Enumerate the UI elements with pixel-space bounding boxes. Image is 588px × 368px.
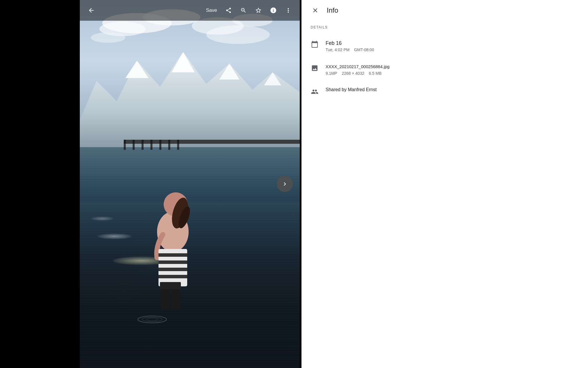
file-dimensions: 2268 × 4032	[342, 71, 364, 76]
photo-toolbar: Save	[80, 0, 300, 21]
date-time: Tue, 4:02 PM	[326, 47, 350, 52]
svg-rect-17	[158, 260, 187, 264]
date-content: Feb 16 Tue, 4:02 PM GMT-08:00	[326, 40, 579, 52]
svg-rect-16	[158, 253, 187, 257]
zoom-button[interactable]	[237, 3, 250, 17]
back-button[interactable]	[84, 3, 98, 17]
left-black-area	[0, 0, 80, 368]
file-details: 9.1MP 2268 × 4032 6.5 MB	[326, 71, 579, 76]
file-size: 6.5 MB	[369, 71, 382, 76]
image-icon	[311, 64, 319, 72]
info-body: DETAILS Feb 16 Tue, 4:02 PM GMT-08:00	[301, 21, 588, 368]
calendar-icon	[311, 40, 319, 48]
svg-rect-18	[158, 268, 187, 271]
toolbar-right: Save	[202, 3, 295, 17]
person-silhouette	[141, 180, 204, 324]
file-row: XXXX_20210217_000256884.jpg 9.1MP 2268 ×…	[311, 58, 579, 81]
svg-rect-22	[160, 282, 171, 289]
file-content: XXXX_20210217_000256884.jpg 9.1MP 2268 ×…	[326, 64, 579, 76]
svg-rect-19	[158, 275, 187, 278]
pier-posts	[124, 140, 300, 150]
share-button[interactable]	[222, 3, 235, 17]
close-icon	[312, 7, 319, 14]
shared-row: Shared by Manfred Ernst	[311, 81, 579, 101]
date-sub: Tue, 4:02 PM GMT-08:00	[326, 47, 579, 52]
back-icon	[88, 7, 95, 14]
date-main: Feb 16	[326, 40, 579, 47]
date-timezone: GMT-08:00	[354, 47, 374, 52]
shared-content: Shared by Manfred Ernst	[326, 87, 579, 92]
water-reflection-2	[97, 233, 132, 239]
chevron-right-icon	[281, 181, 288, 187]
save-button[interactable]: Save	[202, 3, 220, 17]
close-info-button[interactable]	[308, 3, 322, 17]
svg-rect-21	[171, 286, 180, 309]
date-row: Feb 16 Tue, 4:02 PM GMT-08:00	[311, 34, 579, 58]
more-icon	[285, 7, 292, 14]
people-icon	[311, 88, 319, 96]
toolbar-left	[84, 3, 98, 17]
info-button[interactable]	[266, 3, 280, 17]
info-icon	[270, 7, 277, 14]
info-panel: Info DETAILS Feb 16 Tue, 4:02 PM GMT-08:…	[301, 0, 588, 368]
zoom-icon	[240, 7, 247, 14]
shared-text: Shared by Manfred Ernst	[326, 87, 579, 92]
photo-scene	[80, 0, 300, 368]
svg-point-7	[206, 26, 270, 44]
svg-rect-20	[161, 286, 170, 309]
next-photo-button[interactable]	[277, 176, 293, 192]
share-icon	[225, 7, 232, 14]
file-name: XXXX_20210217_000256884.jpg	[326, 64, 579, 70]
star-icon	[255, 7, 262, 14]
photo-container: Save	[80, 0, 300, 368]
star-button[interactable]	[252, 3, 265, 17]
water-reflection-3	[91, 216, 114, 221]
file-megapixels: 9.1MP	[326, 71, 337, 76]
details-section-label: DETAILS	[311, 25, 579, 29]
svg-point-6	[91, 32, 125, 43]
svg-rect-23	[170, 282, 181, 289]
more-button[interactable]	[281, 3, 295, 17]
info-panel-title: Info	[327, 6, 338, 14]
info-header: Info	[301, 0, 588, 21]
